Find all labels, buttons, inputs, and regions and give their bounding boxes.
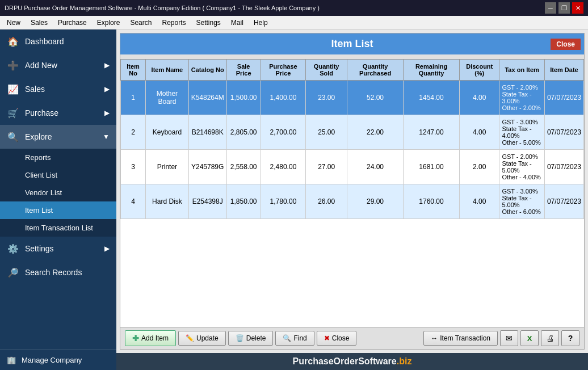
chevron-right-icon: ▶	[104, 61, 110, 69]
delete-label: Delete	[246, 334, 266, 342]
update-button[interactable]: ✏️ Update	[178, 331, 226, 346]
chevron-right-icon-sales: ▶	[104, 85, 110, 93]
sidebar-item-explore[interactable]: 🔍 Explore ▼	[0, 125, 116, 149]
email-button[interactable]: ✉	[500, 330, 518, 346]
find-button[interactable]: 🔍 Find	[275, 331, 314, 346]
table-row[interactable]: 2KeyboardB214698K2,805.002,700.0025.0022…	[121, 115, 584, 150]
menu-search[interactable]: Search	[125, 18, 156, 28]
purchase-icon: 🛒	[7, 107, 19, 119]
menu-purchase[interactable]: Purchase	[53, 18, 91, 28]
col-purchase-price: Purchase Price	[261, 60, 306, 81]
sidebar-label-settings: Settings	[25, 244, 54, 253]
menubar: New Sales Purchase Explore Search Report…	[0, 16, 588, 30]
brand-text: PurchaseOrderSoftware.biz	[293, 356, 412, 366]
table-row[interactable]: 1Mother BoardK548264M1,500.001,400.0023.…	[121, 81, 584, 115]
update-icon: ✏️	[186, 334, 194, 342]
close-label: Close	[332, 334, 350, 342]
sidebar-label-reports: Reports	[25, 153, 51, 162]
table-header-row: Item No Item Name Catalog No Sale Price …	[121, 60, 584, 81]
add-item-label: Add Item	[141, 334, 169, 342]
sidebar-item-item-transaction-list[interactable]: Item Transaction List	[0, 219, 116, 237]
add-item-button[interactable]: ✚ Add Item	[125, 330, 176, 346]
chevron-down-icon-explore: ▼	[103, 133, 110, 141]
settings-icon: ⚙️	[7, 242, 19, 255]
titlebar: DRPU Purchase Order Management Software …	[0, 0, 588, 16]
sidebar-label-search-records: Search Records	[25, 268, 82, 277]
window-controls: ─ ❐ ✕	[545, 2, 583, 14]
item-transaction-icon: ↔️	[431, 334, 438, 342]
sidebar-item-settings[interactable]: ⚙️ Settings ▶	[0, 237, 116, 260]
item-list-table-wrapper[interactable]: Item No Item Name Catalog No Sale Price …	[120, 59, 584, 327]
manage-company-label: Manage Company	[22, 356, 82, 364]
table-row[interactable]: 3PrinterY245789G2,558.002,480.0027.0024.…	[121, 150, 584, 184]
update-label: Update	[196, 334, 219, 342]
find-icon: 🔍	[283, 334, 291, 342]
menu-mail[interactable]: Mail	[226, 18, 248, 28]
table-body: 1Mother BoardK548264M1,500.001,400.0023.…	[121, 81, 584, 219]
delete-icon: 🗑️	[236, 334, 244, 342]
item-list-panel: Item List Close Item No Item Name Catalo…	[120, 33, 585, 350]
main-container: 🏠 Dashboard ➕ Add New ▶ 📈 Sales ▶ 🛒 Purc…	[0, 30, 588, 370]
sidebar-item-purchase[interactable]: 🛒 Purchase ▶	[0, 101, 116, 125]
sidebar-item-vendor-list[interactable]: Vendor List	[0, 184, 116, 201]
panel-close-button[interactable]: Close	[551, 39, 581, 50]
brand-suffix: .biz	[397, 356, 412, 366]
col-item-no: Item No	[121, 60, 146, 81]
sidebar-label-item-transaction-list: Item Transaction List	[25, 224, 93, 232]
sidebar-item-reports[interactable]: Reports	[0, 149, 116, 166]
sidebar-label-explore: Explore	[25, 132, 52, 141]
close-button[interactable]: ✖ Close	[317, 331, 357, 346]
find-label: Find	[293, 334, 306, 342]
col-item-date: Item Date	[544, 60, 583, 81]
menu-help[interactable]: Help	[249, 18, 272, 28]
close-window-button[interactable]: ✕	[572, 2, 583, 14]
sidebar-label-sales: Sales	[25, 85, 45, 94]
menu-sales[interactable]: Sales	[26, 18, 52, 28]
content-area: Item List Close Item No Item Name Catalo…	[116, 30, 588, 370]
help-button[interactable]: ?	[561, 330, 579, 346]
menu-reports[interactable]: Reports	[157, 18, 190, 28]
explore-submenu: Reports Client List Vendor List Item Lis…	[0, 149, 116, 237]
sidebar-item-dashboard[interactable]: 🏠 Dashboard	[0, 30, 116, 53]
sidebar-label-client-list: Client List	[25, 171, 57, 179]
sidebar-item-client-list[interactable]: Client List	[0, 166, 116, 184]
col-sale-price: Sale Price	[226, 60, 261, 81]
minimize-button[interactable]: ─	[545, 2, 556, 14]
menu-settings[interactable]: Settings	[192, 18, 225, 28]
sidebar-label-add-new: Add New	[25, 61, 57, 70]
explore-icon: 🔍	[7, 131, 19, 143]
panel-spacer	[120, 54, 584, 59]
excel-button[interactable]: X	[520, 330, 539, 346]
item-transaction-button[interactable]: ↔️ Item Transaction	[423, 331, 498, 346]
dashboard-icon: 🏠	[7, 35, 19, 48]
sidebar-label-dashboard: Dashboard	[25, 37, 64, 46]
sidebar-item-sales[interactable]: 📈 Sales ▶	[0, 77, 116, 101]
manage-company-icon: 🏢	[7, 356, 16, 364]
search-records-icon: 🔎	[7, 266, 19, 279]
panel-title: Item List	[331, 38, 373, 50]
sidebar-label-purchase: Purchase	[25, 108, 58, 117]
menu-explore[interactable]: Explore	[93, 18, 125, 28]
col-tax-on-item: Tax on Item	[499, 60, 544, 81]
sidebar-manage-company[interactable]: 🏢 Manage Company	[0, 350, 116, 370]
sidebar-item-search-records[interactable]: 🔎 Search Records	[0, 260, 116, 284]
add-icon: ✚	[132, 334, 139, 343]
sidebar: 🏠 Dashboard ➕ Add New ▶ 📈 Sales ▶ 🛒 Purc…	[0, 30, 116, 370]
delete-button[interactable]: 🗑️ Delete	[228, 331, 274, 346]
bottom-toolbar: ✚ Add Item ✏️ Update 🗑️ Delete 🔍 Find ✖	[120, 327, 584, 349]
sidebar-nav: 🏠 Dashboard ➕ Add New ▶ 📈 Sales ▶ 🛒 Purc…	[0, 30, 116, 350]
col-remaining-qty: Remaining Quantity	[404, 60, 460, 81]
chevron-right-icon-settings: ▶	[104, 245, 110, 253]
sidebar-item-add-new[interactable]: ➕ Add New ▶	[0, 53, 116, 77]
panel-header: Item List Close	[120, 33, 584, 54]
col-catalog-no: Catalog No	[188, 60, 226, 81]
print-button[interactable]: 🖨	[541, 330, 559, 346]
sidebar-item-item-list[interactable]: Item List	[0, 201, 116, 219]
chevron-right-icon-purchase: ▶	[104, 109, 110, 117]
table-row[interactable]: 4Hard DiskE254398J1,850.001,780.0026.002…	[121, 184, 584, 219]
sidebar-label-vendor-list: Vendor List	[25, 188, 62, 197]
col-item-name: Item Name	[146, 60, 188, 81]
maximize-button[interactable]: ❐	[558, 2, 570, 14]
item-list-table: Item No Item Name Catalog No Sale Price …	[120, 59, 584, 219]
menu-new[interactable]: New	[2, 18, 25, 28]
